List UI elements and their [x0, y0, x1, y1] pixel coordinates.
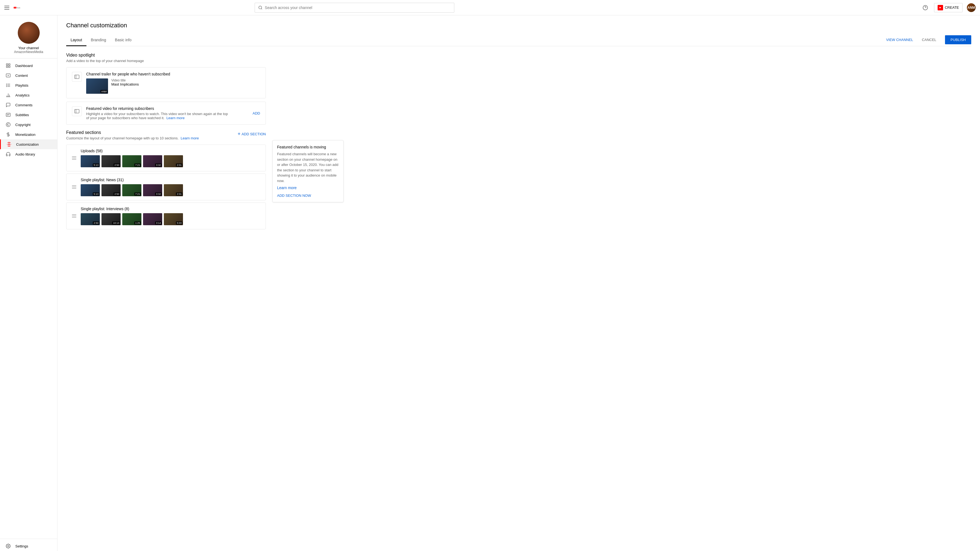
video-spotlight-section: Video spotlight Add a video to the top o…	[66, 53, 266, 125]
featured-learn-more-link[interactable]: Learn more	[166, 116, 185, 120]
svg-rect-36	[75, 110, 79, 113]
section-row: Uploads (58)5:132:507:213:322:01	[66, 144, 266, 171]
sidebar-item-audio-library[interactable]: Audio library	[0, 149, 57, 159]
tab-basic-info[interactable]: Basic info	[110, 35, 136, 46]
thumbnail-strip: 2:5010:131:253:145:03	[81, 213, 261, 225]
svg-point-17	[6, 85, 7, 86]
sidebar-item-customization[interactable]: Customization	[0, 140, 57, 149]
thumbnail-time: 7:21	[134, 164, 141, 167]
comment-icon	[5, 102, 11, 108]
app-body: Your channel AmazonNewsMedia Dashboard	[0, 15, 980, 551]
section-row: Single playlist: News (31)5:132:507:213:…	[66, 173, 266, 200]
thumbnail-time: 1:25	[134, 221, 141, 225]
featured-video-desc: Highlight a video for your subscribers t…	[86, 112, 228, 120]
thumbnail-time: 3:14	[155, 221, 162, 225]
thumbnail-time: 2:01	[176, 192, 183, 196]
popover-cta[interactable]: ADD SECTION NOW	[277, 194, 311, 198]
thumbnail-time: 2:50	[113, 164, 120, 167]
sidebar-item-subtitles[interactable]: Subtitles	[0, 110, 57, 120]
logo[interactable]: Studio	[14, 5, 21, 10]
add-section-button[interactable]: + ADD SECTION	[238, 131, 266, 137]
dollar-icon	[5, 132, 11, 137]
drag-handle[interactable]	[71, 184, 77, 190]
featured-sections-header: Featured sections Customize the layout o…	[66, 130, 266, 140]
channel-trailer-card: Channel trailer for people who haven't s…	[66, 67, 266, 98]
drag-handle[interactable]	[71, 155, 77, 161]
svg-marker-12	[8, 75, 9, 76]
tab-layout[interactable]: Layout	[66, 35, 86, 46]
popover-learn-more[interactable]: Learn more	[277, 186, 339, 190]
thumbnail-time: 7:21	[134, 192, 141, 196]
sidebar-label-customization: Customization	[16, 142, 38, 146]
content-area: Video spotlight Add a video to the top o…	[66, 53, 266, 232]
thumb-item: 2:50	[81, 213, 100, 225]
drag-handle[interactable]	[71, 213, 77, 219]
svg-rect-7	[6, 64, 8, 65]
thumb-item: 5:13	[81, 155, 100, 167]
sidebar-label-settings: Settings	[15, 544, 28, 548]
cancel-button[interactable]: CANCEL	[918, 35, 941, 44]
thumbnail-badge: ANM	[100, 90, 108, 93]
view-channel-button[interactable]: VIEW CHANNEL	[886, 38, 913, 42]
tabs: Layout Branding Basic info	[66, 35, 136, 46]
svg-point-26	[6, 123, 10, 127]
thumbnail-time: 2:50	[93, 221, 99, 225]
svg-rect-34	[75, 75, 79, 78]
help-button[interactable]	[921, 3, 930, 12]
sidebar-item-copyright[interactable]: Copyright	[0, 120, 57, 130]
bar-chart-icon	[5, 92, 11, 98]
youtube-logo: Studio	[14, 5, 21, 10]
sidebar-item-dashboard[interactable]: Dashboard	[0, 61, 57, 70]
thumb-item: 2:50	[102, 184, 121, 196]
add-section-label: ADD SECTION	[242, 132, 266, 136]
sidebar-label-playlists: Playlists	[15, 83, 29, 87]
sidebar-item-comments[interactable]: Comments	[0, 100, 57, 110]
svg-point-33	[8, 546, 9, 547]
search-input[interactable]	[265, 5, 451, 10]
avatar[interactable]: ANM	[967, 3, 975, 12]
menu-button[interactable]	[5, 6, 9, 10]
featured-sections-title: Featured sections	[66, 130, 199, 135]
sidebar-label-content: Content	[15, 73, 28, 78]
navbar-left: Studio	[5, 5, 21, 10]
search-bar[interactable]	[255, 3, 454, 13]
channel-trailer-thumbnail: ANM	[86, 78, 108, 94]
sidebar-item-settings[interactable]: Settings	[0, 541, 57, 551]
create-button[interactable]: CREATE	[934, 3, 963, 12]
subtitles-icon	[5, 112, 11, 118]
channel-avatar[interactable]	[18, 22, 40, 44]
thumbnail-time: 5:13	[93, 164, 99, 167]
thumb-item: 2:01	[164, 184, 183, 196]
featured-sections-learn-more[interactable]: Learn more	[181, 136, 199, 140]
main-content: Channel customization Layout Branding Ba…	[57, 15, 980, 551]
sidebar-label-copyright: Copyright	[15, 123, 31, 127]
svg-rect-23	[6, 113, 10, 116]
channel-trailer-thumb-area: ANM Video title Mast Implications	[86, 78, 260, 94]
gear-icon	[5, 543, 11, 549]
svg-point-3	[259, 6, 262, 9]
publish-button[interactable]: PUBLISH	[945, 35, 971, 44]
sidebar-item-playlists[interactable]: Playlists	[0, 80, 57, 90]
sidebar-label-audio-library: Audio library	[15, 152, 35, 156]
svg-rect-8	[9, 64, 10, 65]
section-label: Uploads (58)	[81, 149, 261, 153]
avatar-image: ANM	[967, 3, 975, 12]
trailer-icon	[72, 72, 82, 82]
thumbnail-time: 10:13	[112, 221, 120, 225]
tab-branding[interactable]: Branding	[86, 35, 110, 46]
featured-add-link[interactable]: ADD	[253, 111, 260, 115]
channel-trailer-title: Channel trailer for people who haven't s…	[86, 72, 260, 76]
info-popover: Featured channels is moving Featured cha…	[272, 140, 344, 202]
section-label: Single playlist: News (31)	[81, 178, 261, 182]
video-spotlight-desc: Add a video to the top of your channel h…	[66, 59, 266, 63]
sidebar-item-content[interactable]: Content	[0, 70, 57, 80]
channel-handle: AmazonNewsMedia	[14, 50, 43, 54]
popover-text: Featured channels will become a new sect…	[277, 151, 339, 183]
thumb-item: 1:25	[122, 213, 142, 225]
thumb-item: 5:03	[164, 213, 183, 225]
sidebar-item-analytics[interactable]: Analytics	[0, 90, 57, 100]
sidebar-item-monetization[interactable]: Monetization	[0, 130, 57, 140]
plus-icon: +	[238, 131, 241, 137]
thumb-item: 2:50	[102, 155, 121, 167]
thumb-item: 10:13	[102, 213, 121, 225]
